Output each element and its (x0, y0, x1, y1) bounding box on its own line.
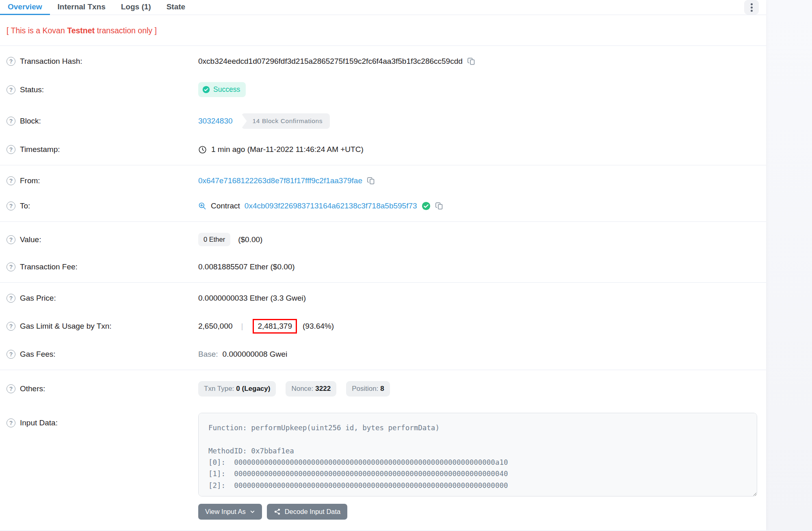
verified-check-icon (422, 202, 431, 210)
kebab-dot-icon (751, 3, 753, 5)
copy-to-address-button[interactable] (435, 202, 444, 210)
testnet-notice-prefix: [ This is a Kovan (6, 26, 67, 35)
tab-internal-txns[interactable]: Internal Txns (50, 0, 113, 15)
help-icon[interactable]: ? (6, 85, 15, 94)
tab-logs[interactable]: Logs (1) (113, 0, 159, 15)
status-label: ? Status: (6, 85, 198, 94)
timestamp-label: ? Timestamp: (6, 145, 198, 154)
help-icon[interactable]: ? (6, 176, 15, 185)
transaction-hash-row: ? Transaction Hash: 0xcb324eedcd1d07296f… (0, 49, 766, 74)
transaction-fee-value: 0.0081885507 Ether ($0.00) (198, 262, 295, 271)
gas-limit-value: 2,650,000 (198, 322, 233, 331)
help-icon[interactable]: ? (6, 384, 15, 393)
tab-overview[interactable]: Overview (0, 0, 50, 15)
copy-icon (367, 177, 375, 185)
view-input-as-button[interactable]: View Input As (198, 504, 262, 520)
input-data-label: ? Input Data: (6, 413, 198, 427)
decode-input-data-button[interactable]: Decode Input Data (267, 504, 348, 520)
gas-price-row: ? Gas Price: 0.0000000033 Ether (3.3 Gwe… (0, 286, 766, 311)
help-icon[interactable]: ? (6, 294, 15, 303)
others-label: ? Others: (6, 384, 198, 393)
testnet-notice-suffix: transaction only ] (95, 26, 157, 35)
from-row: ? From: 0x647e7168122263d8e7f81f17fff9c2… (0, 168, 766, 193)
to-row: ? To: Contract 0x4cb093f226983713164a621… (0, 193, 766, 219)
others-row: ? Others: Txn Type:0 (Legacy) Nonce:3222… (0, 373, 766, 405)
help-icon[interactable]: ? (6, 322, 15, 331)
gas-fees-label: ? Gas Fees: (6, 350, 198, 359)
ether-value-badge: 0 Ether (198, 233, 230, 246)
transaction-fee-label: ? Transaction Fee: (6, 262, 198, 271)
gas-price-value: 0.0000000033 Ether (3.3 Gwei) (198, 294, 306, 303)
transaction-overview-card: Overview Internal Txns Logs (1) State [ … (0, 0, 766, 531)
timestamp-row: ? Timestamp: 1 min ago (Mar-11-2022 11:4… (0, 137, 766, 162)
transaction-hash-value: 0xcb324eedcd1d07296fdf3d215a2865275f159c… (198, 57, 463, 66)
gas-limit-usage-row: ? Gas Limit & Usage by Txn: 2,650,000 | … (0, 311, 766, 342)
block-label: ? Block: (6, 117, 198, 126)
help-icon[interactable]: ? (6, 145, 15, 154)
status-row: ? Status: Success (0, 74, 766, 105)
base-fee-value: 0.000000008 Gwei (223, 350, 288, 359)
testnet-notice-bold: Testnet (67, 26, 95, 35)
input-data-actions: View Input As Decode Input Data (198, 504, 757, 520)
section-summary: ? Transaction Hash: 0xcb324eedcd1d07296f… (0, 46, 766, 165)
transaction-fee-row: ? Transaction Fee: 0.0081885507 Ether ($… (0, 254, 766, 280)
help-icon[interactable]: ? (6, 418, 15, 427)
from-label: ? From: (6, 176, 198, 185)
to-type: Contract (211, 202, 240, 210)
to-address-link[interactable]: 0x4cb093f226983713164a62138c3f718a5b595f… (245, 202, 417, 210)
copy-icon (435, 202, 444, 210)
tab-state[interactable]: State (159, 0, 193, 15)
section-parties: ? From: 0x647e7168122263d8e7f81f17fff9c2… (0, 165, 766, 221)
base-fee-label: Base: (198, 350, 218, 359)
section-gas: ? Gas Price: 0.0000000033 Ether (3.3 Gwe… (0, 283, 766, 370)
clock-icon (198, 145, 207, 154)
kebab-dot-icon (751, 10, 753, 12)
magnifier-plus-icon[interactable] (198, 202, 206, 210)
section-value: ? Value: 0 Ether ($0.00) ? Transaction F… (0, 222, 766, 282)
help-icon[interactable]: ? (6, 350, 15, 359)
to-label: ? To: (6, 202, 198, 210)
section-others: ? Others: Txn Type:0 (Legacy) Nonce:3222… (0, 370, 766, 531)
copy-from-address-button[interactable] (367, 177, 375, 185)
more-options-button[interactable] (744, 0, 759, 15)
help-icon[interactable]: ? (6, 117, 15, 126)
value-row: ? Value: 0 Ether ($0.00) (0, 225, 766, 254)
gas-used-highlight-box: 2,481,379 (253, 319, 297, 334)
copy-icon (467, 57, 476, 66)
block-row: ? Block: 30324830 14 Block Confirmations (0, 105, 766, 137)
help-icon[interactable]: ? (6, 262, 15, 271)
check-circle-icon (202, 86, 210, 93)
txn-type-badge: Txn Type:0 (Legacy) (198, 381, 276, 397)
value-label: ? Value: (6, 235, 198, 244)
gas-used-value: 2,481,379 (258, 322, 292, 330)
input-data-textarea[interactable]: Function: performUpkeep(uint256 id, byte… (198, 413, 757, 496)
tab-bar: Overview Internal Txns Logs (1) State (0, 0, 766, 15)
copy-hash-button[interactable] (467, 57, 476, 66)
help-icon[interactable]: ? (6, 57, 15, 66)
block-number-link[interactable]: 30324830 (198, 117, 233, 126)
input-data-row: ? Input Data: Function: performUpkeep(ui… (0, 405, 766, 528)
gas-used-percent: (93.64%) (303, 322, 334, 331)
help-icon[interactable]: ? (6, 202, 15, 210)
gas-price-label: ? Gas Price: (6, 294, 198, 303)
timestamp-value: 1 min ago (Mar-11-2022 11:46:24 AM +UTC) (211, 145, 364, 154)
testnet-notice: [ This is a Kovan Testnet transaction on… (0, 15, 766, 46)
gas-separator: | (241, 322, 243, 331)
decode-icon (274, 508, 281, 515)
usd-value: ($0.00) (238, 235, 262, 244)
from-address-link[interactable]: 0x647e7168122263d8e7f81f17fff9c2f1aa379f… (198, 176, 362, 185)
status-badge: Success (198, 82, 246, 97)
nonce-badge: Nonce:3222 (286, 381, 336, 397)
transaction-hash-label: ? Transaction Hash: (6, 57, 198, 66)
position-badge: Position:8 (346, 381, 390, 397)
gas-limit-usage-label: ? Gas Limit & Usage by Txn: (6, 322, 198, 331)
block-confirmations-badge: 14 Block Confirmations (241, 113, 330, 129)
gas-fees-row: ? Gas Fees: Base: 0.000000008 Gwei (0, 342, 766, 367)
kebab-dot-icon (751, 7, 753, 9)
chevron-down-icon (250, 509, 255, 514)
help-icon[interactable]: ? (6, 235, 15, 244)
